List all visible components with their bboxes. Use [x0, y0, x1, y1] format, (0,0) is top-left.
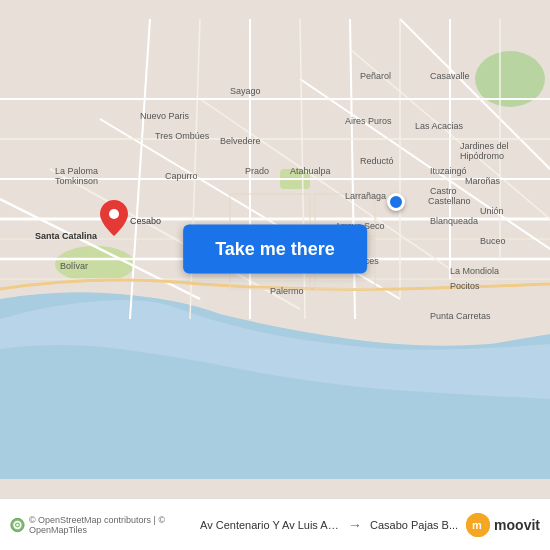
svg-text:Palermo: Palermo: [270, 286, 304, 296]
svg-text:Bolívar: Bolívar: [60, 261, 88, 271]
route-from-label: Av Centenario Y Av Luis Alberto ...: [200, 519, 340, 531]
svg-text:Capurro: Capurro: [165, 171, 198, 181]
svg-text:m: m: [472, 519, 482, 531]
svg-text:Cesabo: Cesabo: [130, 216, 161, 226]
svg-text:Jardines del: Jardines del: [460, 141, 509, 151]
route-to-label: Casabo Pajas B...: [370, 519, 458, 531]
app-container: La Paloma Tomkinson Nuevo Paris Sayago B…: [0, 0, 550, 550]
svg-text:La Paloma: La Paloma: [55, 166, 98, 176]
svg-text:Pocitos: Pocitos: [450, 281, 480, 291]
svg-text:Maroñas: Maroñas: [465, 176, 501, 186]
svg-text:Blanqueada: Blanqueada: [430, 216, 478, 226]
moovit-icon: m: [466, 513, 490, 537]
moovit-logo: m moovit: [466, 513, 540, 537]
svg-text:Larrañaga: Larrañaga: [345, 191, 386, 201]
route-info: Av Centenario Y Av Luis Alberto ... → Ca…: [200, 517, 458, 533]
origin-marker: [387, 193, 405, 211]
svg-point-64: [109, 209, 119, 219]
svg-text:Casavalle: Casavalle: [430, 71, 470, 81]
svg-text:Belvedere: Belvedere: [220, 136, 261, 146]
svg-text:Punta Carretas: Punta Carretas: [430, 311, 491, 321]
map-area: La Paloma Tomkinson Nuevo Paris Sayago B…: [0, 0, 550, 498]
svg-text:Buceo: Buceo: [480, 236, 506, 246]
destination-marker: [100, 200, 128, 236]
take-me-there-button[interactable]: Take me there: [183, 225, 367, 274]
svg-text:Tomkinson: Tomkinson: [55, 176, 98, 186]
moovit-label: moovit: [494, 517, 540, 533]
svg-text:Castro: Castro: [430, 186, 457, 196]
osm-logo: [10, 516, 25, 534]
svg-text:Tres Ombúes: Tres Ombúes: [155, 131, 210, 141]
bottom-bar: © OpenStreetMap contributors | © OpenMap…: [0, 498, 550, 550]
route-info-area: Av Centenario Y Av Luis Alberto ... → Ca…: [200, 517, 458, 533]
svg-text:Atahualpa: Atahualpa: [290, 166, 331, 176]
svg-text:Ituzaingó: Ituzaingó: [430, 166, 467, 176]
svg-text:Reductó: Reductó: [360, 156, 394, 166]
svg-text:Peñarol: Peñarol: [360, 71, 391, 81]
svg-text:Nuevo Paris: Nuevo Paris: [140, 111, 190, 121]
route-arrow-icon: →: [348, 517, 362, 533]
svg-text:Unión: Unión: [480, 206, 504, 216]
svg-point-67: [16, 523, 18, 525]
svg-text:Castellano: Castellano: [428, 196, 471, 206]
svg-text:Prado: Prado: [245, 166, 269, 176]
svg-text:Santa Catalina: Santa Catalina: [35, 231, 98, 241]
svg-text:Sayago: Sayago: [230, 86, 261, 96]
svg-text:Las Acacias: Las Acacias: [415, 121, 464, 131]
svg-text:Aires Puros: Aires Puros: [345, 116, 392, 126]
attribution-text: © OpenStreetMap contributors | © OpenMap…: [29, 515, 192, 535]
attribution-area: © OpenStreetMap contributors | © OpenMap…: [10, 515, 192, 535]
svg-text:La Mondiola: La Mondiola: [450, 266, 499, 276]
svg-text:Hipódromo: Hipódromo: [460, 151, 504, 161]
